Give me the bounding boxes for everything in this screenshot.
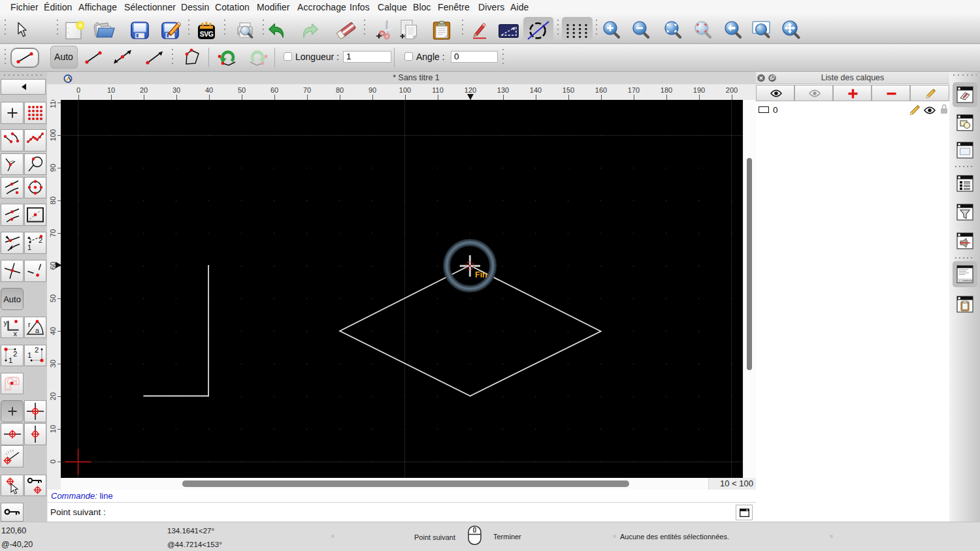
svg-text:r: r [28,321,31,328]
svg-text:1: 1 [27,244,31,251]
svg-text:2: 2 [13,350,17,358]
svg-text:a: a [35,326,39,334]
svg-text:c : command: c : command [959,279,973,282]
svg-text:1: 1 [27,351,31,359]
svg-text:y: y [3,319,7,326]
svg-text:x: x [13,329,17,336]
svg-text:2: 2 [35,346,39,354]
svg-text:1: 1 [8,356,12,364]
svg-text:Fin: Fin [475,270,487,279]
svg-text:SVG: SVG [200,30,214,38]
